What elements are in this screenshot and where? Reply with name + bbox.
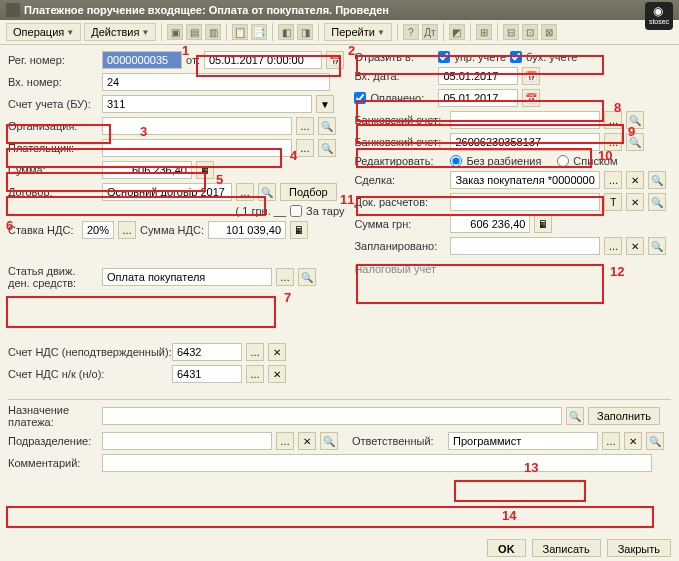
sum-input[interactable] <box>102 161 192 179</box>
bank-acct2-input[interactable] <box>450 133 600 151</box>
ellipsis-icon[interactable]: … <box>296 139 314 157</box>
doc-icon <box>6 3 20 17</box>
vat-sum-input[interactable] <box>208 221 286 239</box>
reg-num-input[interactable] <box>102 51 182 69</box>
toolbar-icon-5[interactable]: 📑 <box>251 24 267 40</box>
resp-input[interactable] <box>448 432 598 450</box>
clear-icon[interactable]: ✕ <box>626 193 644 211</box>
ellipsis-icon[interactable]: … <box>246 343 264 361</box>
search-icon[interactable]: 🔍 <box>648 237 666 255</box>
annotation-5: 5 <box>216 172 223 187</box>
bank-acct2-label: Банковский счет: <box>354 136 446 148</box>
fill-button[interactable]: Заполнить <box>588 407 660 425</box>
contract-input[interactable] <box>102 183 232 201</box>
clear-icon[interactable]: ✕ <box>624 432 642 450</box>
payer-input[interactable] <box>102 139 292 157</box>
vh-date-input[interactable] <box>438 67 518 85</box>
toolbar-icon-10[interactable]: ⊞ <box>476 24 492 40</box>
ellipsis-icon[interactable]: … <box>604 237 622 255</box>
cashflow-input[interactable] <box>102 268 272 286</box>
toolbar-icon-11[interactable]: ⊟ <box>503 24 519 40</box>
upr-label: упр. учете <box>454 51 506 63</box>
dept-label: Подразделение: <box>8 435 98 447</box>
reg-date-input[interactable] <box>204 51 322 69</box>
goto-menu[interactable]: Перейти▼ <box>324 23 392 41</box>
toolbar-icon-8[interactable]: Дт <box>422 24 438 40</box>
list-radio[interactable] <box>557 155 569 167</box>
actions-menu[interactable]: Действия▼ <box>84 23 156 41</box>
search-icon[interactable]: 🔍 <box>566 407 584 425</box>
no-split-label: Без разбиения <box>466 155 541 167</box>
planned-label: Запланировано: <box>354 240 446 252</box>
t-icon[interactable]: T <box>604 193 622 211</box>
clear-icon[interactable]: ✕ <box>298 432 316 450</box>
search-icon[interactable]: 🔍 <box>648 171 666 189</box>
search-icon[interactable]: 🔍 <box>318 139 336 157</box>
toolbar-icon-3[interactable]: ▥ <box>205 24 221 40</box>
buh-checkbox[interactable] <box>510 51 522 63</box>
ellipsis-icon[interactable]: … <box>604 171 622 189</box>
za-taru-checkbox[interactable] <box>290 205 302 217</box>
toolbar-icon-2[interactable]: ▤ <box>186 24 202 40</box>
toolbar-icon-7[interactable]: ◨ <box>297 24 313 40</box>
toolbar-icon-6[interactable]: ◧ <box>278 24 294 40</box>
toolbar-icon-13[interactable]: ⊠ <box>541 24 557 40</box>
paid-date-input[interactable] <box>438 89 518 107</box>
clear-icon[interactable]: ✕ <box>626 237 644 255</box>
clear-icon[interactable]: ✕ <box>626 171 644 189</box>
podbor-button[interactable]: Подбор <box>280 183 337 201</box>
search-icon[interactable]: 🔍 <box>318 117 336 135</box>
bank-acct1-input[interactable] <box>450 111 600 129</box>
search-icon[interactable]: 🔍 <box>648 193 666 211</box>
toolbar-icon-4[interactable]: 📋 <box>232 24 248 40</box>
dropdown-icon[interactable]: ▼ <box>316 95 334 113</box>
ok-button[interactable]: OK <box>487 539 526 557</box>
calendar-icon[interactable]: 📅 <box>326 51 344 69</box>
planned-input[interactable] <box>450 237 600 255</box>
ellipsis-icon[interactable]: … <box>276 432 294 450</box>
vat-rate-input[interactable] <box>82 221 114 239</box>
save-button[interactable]: Записать <box>532 539 601 557</box>
ellipsis-icon[interactable]: … <box>118 221 136 239</box>
dept-input[interactable] <box>102 432 272 450</box>
calc-icon[interactable]: 🖩 <box>196 161 214 179</box>
search-icon[interactable]: 🔍 <box>646 432 664 450</box>
calc-icon[interactable]: 🖩 <box>534 215 552 233</box>
purpose-label-2: платежа: <box>8 416 98 428</box>
help-icon[interactable]: ? <box>403 24 419 40</box>
vat-acct-nk-label: Счет НДС н/к (н/о): <box>8 368 168 380</box>
toolbar-icon-1[interactable]: ▣ <box>167 24 183 40</box>
doc-calc-input[interactable] <box>450 193 600 211</box>
ellipsis-icon[interactable]: … <box>296 117 314 135</box>
calendar-icon[interactable]: 📅 <box>522 67 540 85</box>
search-icon[interactable]: 🔍 <box>258 183 276 201</box>
clear-icon[interactable]: ✕ <box>268 343 286 361</box>
no-split-radio[interactable] <box>450 155 462 167</box>
operation-menu[interactable]: Операция▼ <box>6 23 81 41</box>
search-icon[interactable]: 🔍 <box>320 432 338 450</box>
ellipsis-icon[interactable]: … <box>276 268 294 286</box>
toolbar-icon-12[interactable]: ⊡ <box>522 24 538 40</box>
ellipsis-icon[interactable]: … <box>236 183 254 201</box>
vat-acct-unconf-input[interactable] <box>172 343 242 361</box>
upr-checkbox[interactable] <box>438 51 450 63</box>
acct-bu-input[interactable] <box>102 95 312 113</box>
ellipsis-icon[interactable]: … <box>246 365 264 383</box>
annotation-4: 4 <box>290 148 297 163</box>
close-button[interactable]: Закрыть <box>607 539 671 557</box>
deal-input[interactable] <box>450 171 600 189</box>
search-icon[interactable]: 🔍 <box>298 268 316 286</box>
purpose-input[interactable] <box>102 407 562 425</box>
vh-num-input[interactable] <box>102 73 330 91</box>
ellipsis-icon[interactable]: … <box>602 432 620 450</box>
comment-input[interactable] <box>102 454 652 472</box>
vat-acct-nk-input[interactable] <box>172 365 242 383</box>
calendar-icon[interactable]: 📅 <box>522 89 540 107</box>
annotation-14: 14 <box>502 508 516 523</box>
toolbar-icon-9[interactable]: ◩ <box>449 24 465 40</box>
calc-icon[interactable]: 🖩 <box>290 221 308 239</box>
paid-checkbox[interactable] <box>354 92 366 104</box>
org-input[interactable] <box>102 117 292 135</box>
clear-icon[interactable]: ✕ <box>268 365 286 383</box>
sum-grn-input[interactable] <box>450 215 530 233</box>
